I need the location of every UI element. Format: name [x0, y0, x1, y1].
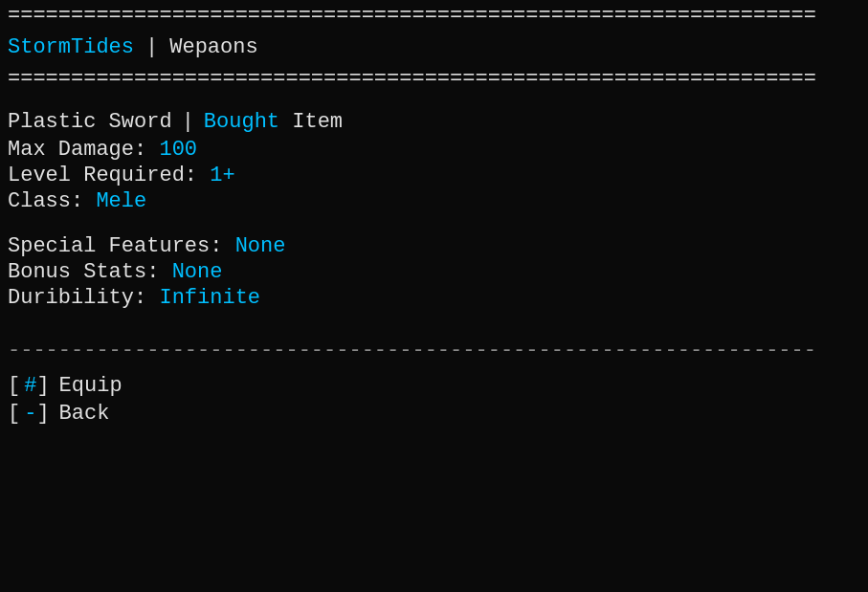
spacer-1: [8, 215, 860, 234]
level-required-value: 1+: [210, 164, 234, 187]
bonus-stats-label: Bonus Stats:: [8, 260, 159, 284]
item-title-row: Plastic Sword | Bought Item: [8, 110, 860, 134]
special-features-value: None: [235, 234, 286, 258]
level-required-label: Level Required:: [8, 164, 197, 187]
max-damage-line: Max Damage: 100: [8, 138, 860, 162]
spacer-2: [0, 312, 868, 331]
class-line: Class: Mele: [8, 189, 860, 213]
second-border: ========================================…: [0, 65, 868, 93]
item-suffix: Item: [279, 110, 343, 134]
equip-bracket-open: [: [8, 374, 20, 398]
actions-area: [ # ] Equip [ - ] Back: [0, 366, 868, 426]
duribility-label: Duribility:: [8, 286, 146, 310]
duribility-value: Infinite: [159, 286, 260, 310]
class-value: Mele: [96, 189, 146, 213]
top-border: ========================================…: [0, 0, 868, 30]
back-bracket-close: ]: [36, 402, 49, 426]
back-key: -: [24, 402, 36, 426]
level-required-line: Level Required: 1+: [8, 164, 860, 187]
back-bracket-open: [: [8, 402, 20, 426]
duribility-line: Duribility: Infinite: [8, 286, 860, 310]
section-title: Wepaons: [169, 35, 257, 59]
special-features-line: Special Features: None: [8, 234, 860, 258]
equip-key: #: [24, 374, 36, 398]
max-damage-label: Max Damage:: [8, 138, 146, 162]
bought-label: Bought: [204, 110, 279, 134]
content-area: Plastic Sword | Bought Item Max Damage: …: [0, 93, 868, 310]
bonus-stats-line: Bonus Stats: None: [8, 260, 860, 284]
equip-label: Equip: [59, 374, 122, 398]
equip-action[interactable]: [ # ] Equip: [8, 374, 860, 398]
special-features-label: Special Features:: [8, 234, 222, 258]
divider: ----------------------------------------…: [0, 331, 868, 366]
back-action[interactable]: [ - ] Back: [8, 402, 860, 426]
class-label: Class:: [8, 189, 83, 213]
header-separator: |: [145, 35, 158, 59]
max-damage-value: 100: [159, 138, 197, 162]
title-pipe: |: [182, 110, 194, 134]
back-label: Back: [59, 402, 110, 426]
bonus-stats-value: None: [172, 260, 223, 284]
item-name: Plastic Sword: [8, 110, 172, 134]
brand-name: StormTides: [8, 35, 134, 59]
equip-bracket-close: ]: [36, 374, 49, 398]
main-container: ========================================…: [0, 0, 868, 592]
header-row: StormTides | Wepaons: [0, 30, 868, 65]
